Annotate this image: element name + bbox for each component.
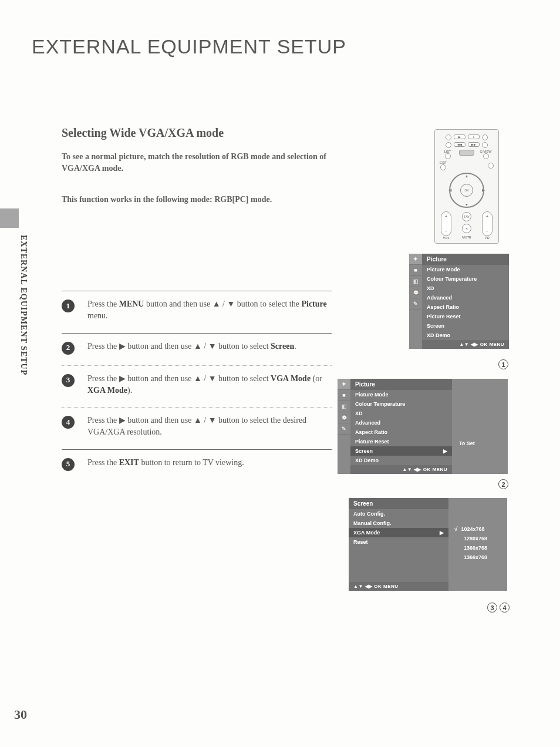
remote-btn [482,134,488,140]
step-text-bold2: Picture [301,300,326,308]
step-text: Press the ▶ button and then use ▲ / ▼ bu… [87,373,332,397]
osd-item: Picture Reset [350,437,452,446]
step-text-bold1: Screen [271,342,294,351]
osd-title: Picture [422,254,509,265]
step-text-pre: Press the ▶ button and then use ▲ / ▼ bu… [87,416,306,436]
step-text-pre: Press the [87,458,119,467]
step-3: 3 Press the ▶ button and then use ▲ / ▼ … [62,366,332,408]
step-number-badge: 1 [62,300,75,312]
osd-footer: ▲▼ ◀▶ OK MENU [422,340,509,349]
osd-item: Aspect Ratio [350,428,452,437]
osd-tab-icon: ⌚ [338,412,350,423]
side-tab: EXTERNAL EQUIPMENT SETUP [0,229,29,382]
osd-item-selected: XGA Mode▶ [349,528,448,537]
callout-4: 4 [500,603,510,613]
osd-tab-icon: ■ [409,265,422,276]
resolution-label: 1024x768 [461,526,485,532]
osd-tab-icon: ■ [338,390,350,401]
step-text: Press the MENU button and then use ▲ / ▼… [87,298,332,322]
resolution-label: 1280x768 [464,536,487,541]
check-icon: √ [454,526,458,532]
vol-rocker: +− [441,211,451,236]
page-title: EXTERNAL EQUIPMENT SETUP [32,35,346,58]
osd-item: Manual Config. [349,519,448,528]
step-text-mid: button and then use ▲ / ▼ button to sele… [144,300,301,308]
osd-item: Colour Temperature [422,274,509,284]
side-tab-block [0,208,19,228]
osd-title: Picture [350,379,452,390]
remote-btn [446,134,451,140]
osd-item: Picture Mode [422,265,509,274]
step-text-bold1: MENU [119,300,144,308]
side-tab-label: EXTERNAL EQUIPMENT SETUP [19,235,28,375]
qview-label: Q.VIEW [477,150,495,153]
osd-item: XD [422,284,509,293]
osd-side-label: To Set [459,440,475,446]
osd-item: Reset [349,537,448,547]
exit-button [440,164,446,170]
osd-footer: ▲▼ ◀▶ OK MENU [349,582,448,591]
intro-text-1: To see a normal picture, match the resol… [62,151,343,174]
step-text-post: menu. [87,311,108,320]
osd-item-selected: Screen▶ [350,446,452,456]
step-text: Press the ▶ button and then use ▲ / ▼ bu… [87,341,296,352]
steps-list: 1 Press the MENU button and then use ▲ /… [62,291,332,482]
step-text-bold2: XGA Mode [87,386,127,395]
osd-picture-menu-1: ✦ ■ ◧ ⌚ ✎ Picture Picture Mode Colour Te… [409,254,509,349]
osd-item: Auto Config. [349,509,448,519]
osd-item: XD Demo [422,331,509,340]
osd-item: Aspect Ratio [422,302,509,312]
ff-icon: ▶▶ [468,142,480,147]
resolution-option: 1366x768 [448,553,507,562]
play-icon: ▶ [454,134,465,139]
step-text-mid: button to return to TV viewing. [139,458,244,467]
arrow-right-icon: ▶ [443,448,447,454]
callout-1: 1 [498,359,508,369]
step-5: 5 Press the EXIT button to return to TV … [62,450,332,482]
pause-icon: II [468,134,480,139]
resolution-label: 1366x768 [464,554,487,560]
step-4: 4 Press the ▶ button and then use ▲ / ▼ … [62,408,332,450]
qview-button [483,153,489,159]
pr-rocker: +− [482,211,492,236]
osd-item: Colour Temperature [350,399,452,409]
step-2: 2 Press the ▶ button and then use ▲ / ▼ … [62,334,332,366]
resolution-option: √1024x768 [448,524,507,534]
step-text-pre: Press the ▶ button and then use ▲ / ▼ bu… [87,342,271,351]
section-title: Selecting Wide VGA/XGA mode [62,126,224,140]
osd-item: XD [350,409,452,418]
callout-3: 3 [487,603,497,613]
step-text-mid: (or [311,374,322,383]
osd-tab-icon: ✦ [338,379,350,390]
remote-btn [482,142,488,148]
osd-tab-icon: ◧ [409,276,422,287]
step-text: Press the ▶ button and then use ▲ / ▼ bu… [87,415,332,439]
remote-illustration: ▶II ◀◀▶▶ LIST Q.VIEW EXIT OK +− VOL FAV … [434,129,499,244]
rew-icon: ◀◀ [454,142,465,147]
step-text-bold1: VGA Mode [271,374,311,383]
resolution-label: 1360x768 [464,545,487,551]
step-text-mid: . [294,342,296,351]
osd-title: Screen [349,498,448,509]
page-number: 30 [14,707,27,722]
osd-item-label: Screen [355,448,373,454]
step-number-badge: 3 [62,374,75,387]
osd-picture-menu-2: ✦ ■ ◧ ⌚ ✎ Picture Picture Mode Colour Te… [338,379,508,474]
vol-label: VOL [441,236,451,240]
list-label: LIST [438,150,457,153]
dpad: OK [449,173,484,208]
osd-tab-icon: ✎ [409,298,422,309]
step-1: 1 Press the MENU button and then use ▲ /… [62,291,332,334]
pr-label: PR [482,236,492,240]
fav-button: FAV [462,212,471,221]
step-number-badge: 4 [62,416,75,429]
remote-btn [446,142,451,148]
step-text-bold1: EXIT [119,458,139,467]
osd-tab-icon: ⌚ [409,287,422,298]
osd-footer: ▲▼ ◀▶ OK MENU [350,465,452,474]
resolution-option: 1280x768 [448,534,507,543]
mute-label: MUTE [462,235,471,239]
osd-item: Picture Reset [422,312,509,321]
remote-btn [459,150,474,156]
osd-item: Picture Mode [350,390,452,399]
